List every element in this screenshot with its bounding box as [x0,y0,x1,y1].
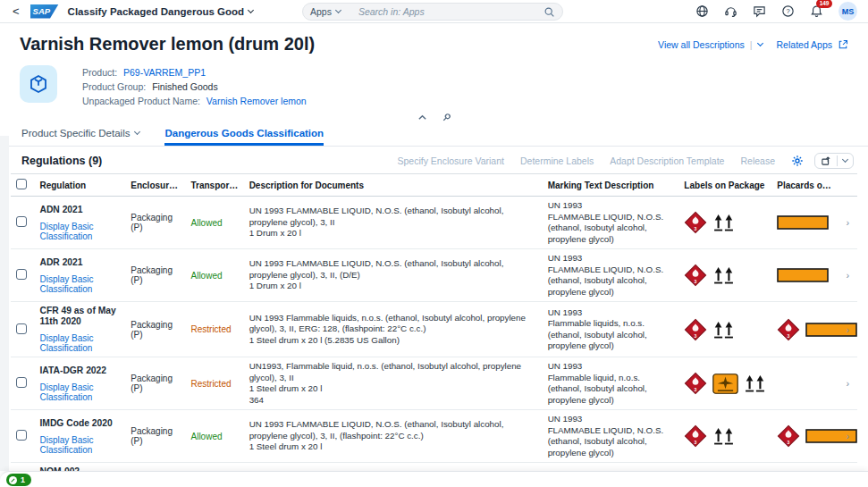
enclosure-variant: Packaging (P) [131,374,173,393]
column-header-marking-text-description[interactable]: Marking Text Description [543,174,679,197]
enclosure-variant: Packaging (P) [131,320,173,340]
transport-permission: Restricted [190,379,231,389]
marking-text-description: UN 1993FLAMMABLE LIQUID, N.O.S. (ethanol… [543,410,679,463]
table-toolbar: Regulations (9) Specify Enclosure Varian… [11,147,857,173]
flammable-liquid-3-icon: 3 [684,372,707,395]
row-checkbox[interactable] [16,269,27,280]
search-scope-label: Apps [310,6,332,17]
row-navigation-chevron[interactable]: › [847,378,850,389]
row-checkbox[interactable] [16,216,27,227]
marking-text-description: UN 1993Flammable liquids, n.o.s. (ethano… [543,302,679,357]
chevron-down-icon [842,156,848,163]
search-icon[interactable] [544,6,555,18]
column-header-enclosure-variant[interactable]: Enclosure Variant [125,174,185,197]
release-button[interactable]: Release [740,155,775,166]
marking-line: UN 1993 [548,361,674,373]
app-title-menu[interactable]: Classify Packaged Dangerous Good [68,6,253,17]
description-line: 1 Steel drum x 20 l [249,383,537,395]
display-basic-classification-link[interactable]: Display Basic Classification [39,333,120,353]
svg-text:3: 3 [695,440,697,445]
row-navigation-chevron[interactable]: › [847,324,850,335]
display-basic-classification-link[interactable]: Display Basic Classification [39,435,120,455]
select-all-checkbox[interactable] [16,179,27,189]
row-navigation-chevron[interactable]: › [847,217,850,228]
view-all-descriptions-button[interactable]: View all Descriptions | [658,39,762,50]
column-header-placards-on-con[interactable]: Placards on Con... [771,174,840,197]
column-header-description-for-documents[interactable]: Description for Documents [244,174,543,197]
chevron-down-icon [335,7,341,13]
help-icon[interactable]: ? [781,4,795,18]
notifications-bell-icon[interactable]: 149 [810,4,823,18]
product-group-value: Finished Goods [152,81,218,92]
settings-gear-icon[interactable] [791,155,804,167]
export-button[interactable] [814,153,854,169]
adapt-description-template-button[interactable]: Adapt Description Template [610,155,724,166]
orange-placard-icon [805,323,857,337]
related-apps-button[interactable]: Related Apps [777,39,848,50]
display-basic-classification-link[interactable]: Display Basic Classification [39,222,120,241]
labels-on-package: 3 [684,318,766,341]
search-scope-select[interactable]: Apps [310,6,341,17]
flammable-liquid-3-icon: 3 [684,318,707,341]
column-header-labels-on-package[interactable]: Labels on Package [678,174,771,197]
display-basic-classification-link[interactable]: Display Basic Classification [39,382,120,402]
specify-enclosure-variant-button[interactable]: Specify Enclosure Variant [398,155,504,166]
transport-permission: Allowed [190,432,222,441]
pin-header-button[interactable] [442,113,451,122]
flammable-liquid-3-icon: 3 [777,318,800,341]
unpackaged-product-label: Unpackaged Product Name: [82,96,200,106]
column-header-transport-perm[interactable]: Transport Perm... [185,174,243,197]
back-button[interactable]: < [11,5,21,17]
description-line: UN 1993 FLAMMABLE LIQUID, N.O.S. (ethano… [249,419,537,441]
determine-labels-button[interactable]: Determine Labels [520,155,594,166]
row-checkbox[interactable] [16,377,27,388]
description-line: 1 Drum x 20 l [249,228,537,239]
marking-text-description: UN 1993FLAMMABLE LIQUID, N.O.S. (ethanol… [543,249,679,302]
tab-product-specific-details[interactable]: Product Specific Details [21,124,139,146]
svg-text:3: 3 [695,333,697,339]
row-navigation-chevron[interactable]: › [847,431,850,441]
feedback-icon[interactable] [753,4,766,18]
description-for-documents: UN 1993 FLAMMABLE LIQUID, N.O.S. (ethano… [244,197,543,249]
regulation-name: ADN 2021 [39,205,120,215]
collapse-header-button[interactable] [417,113,427,122]
unpackaged-product-link[interactable]: Varnish Remover lemon [206,96,307,106]
description-for-documents: UN 1993 FLAMMABLE LIQUID, N.O.S. (ethano… [244,410,543,463]
footer-bar: 1 [0,471,868,487]
product-info-block: Product: P69-VARREM_PP1 Product Group: F… [20,65,848,108]
external-link-icon [838,39,848,50]
object-page-header: Varnish Remover lemon (drum 20l) View al… [0,23,868,108]
export-icon [821,155,831,166]
sap-logo[interactable]: SAP [30,4,59,19]
column-header-navigation [841,174,857,197]
row-checkbox[interactable] [16,323,27,334]
transport-permission: Allowed [190,218,222,228]
shell-bar: < SAP Classify Packaged Dangerous Good A… [0,0,868,23]
description-line: 1 Steel drum x 20 l [249,441,537,453]
tab-dangerous-goods-classification[interactable]: Dangerous Goods Classification [164,124,324,146]
package-icon [28,73,49,95]
chevron-down-icon [756,40,763,46]
search-input[interactable] [346,6,538,17]
transport-permission: Restricted [190,324,231,334]
display-basic-classification-link[interactable]: Display Basic Classification [39,274,120,294]
marking-line: FLAMMABLE LIQUID, N.O.S. (ethanol, Isobu… [548,264,674,298]
marking-line: UN 1993 [548,414,674,425]
message-status-icon [9,476,17,484]
row-checkbox[interactable] [16,430,27,441]
description-line: UN 1993 FLAMMABLE LIQUID, N.O.S. (ethano… [249,258,537,281]
avatar[interactable]: MS [839,2,857,21]
support-headset-icon[interactable] [724,4,737,18]
marking-line: UN 1993 [548,200,674,212]
message-count: 1 [21,475,25,484]
globe-icon[interactable] [695,4,709,18]
description-line: 364 [249,395,537,407]
labels-on-package: 3 [684,264,766,287]
product-link[interactable]: P69-VARREM_PP1 [123,67,206,78]
description-line: UN1993, Flammable liquid, n.o.s. (ethano… [249,361,537,383]
column-header-regulation[interactable]: Regulation [34,174,125,197]
product-group-label: Product Group: [82,81,146,92]
messages-button[interactable]: 1 [6,474,31,486]
row-navigation-chevron[interactable]: › [847,270,850,281]
svg-text:3: 3 [788,333,790,339]
